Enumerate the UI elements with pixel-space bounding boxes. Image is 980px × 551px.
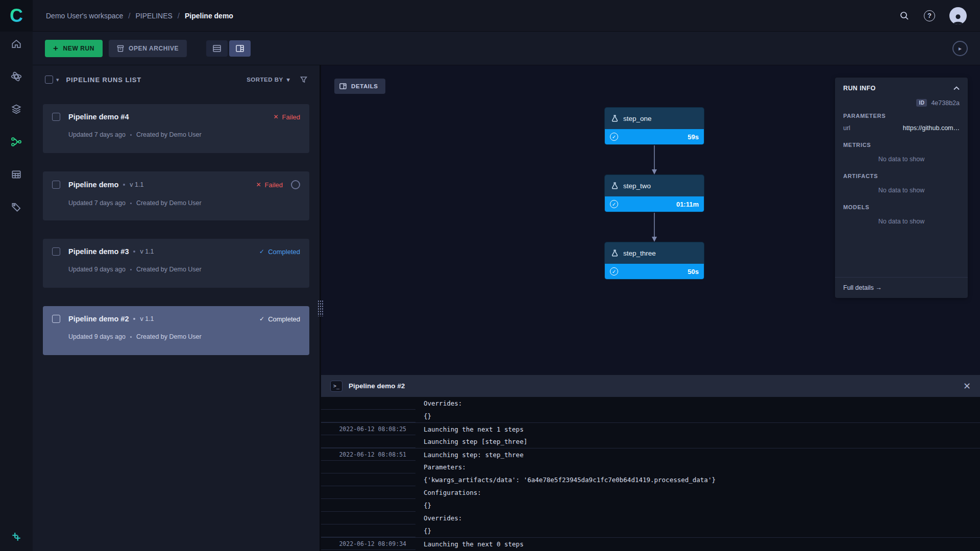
log-row: 2022-06-12 08:08:25Launching the next 1 …: [321, 422, 980, 435]
log-text: Overrides:: [415, 397, 462, 410]
log-text: Launching the next 0 steps: [415, 538, 524, 550]
table-view-toggle[interactable]: [206, 40, 228, 57]
breadcrumb-current-page: Pipeline demo: [185, 12, 233, 20]
log-text: {}: [415, 524, 431, 537]
run-card-pipeline-demo[interactable]: Pipeline demo v 1.1 ✕ Failed Updated 7 d…: [43, 171, 309, 220]
meta-dot: [130, 336, 132, 338]
details-button[interactable]: DETAILS: [334, 79, 385, 94]
models-section-label: MODELS: [835, 194, 968, 210]
log-row: {'kwargs_artifacts/data': '6a4e78e5f2394…: [321, 473, 980, 486]
edge-arrow-icon: [650, 213, 659, 243]
breadcrumb-separator: /: [128, 11, 130, 20]
log-row: Launching step [step_three]: [321, 435, 980, 448]
select-all-checkbox[interactable]: [45, 76, 53, 84]
artifacts-empty-text: No data to show: [835, 179, 968, 194]
new-run-label: NEW RUN: [63, 45, 95, 52]
log-timestamp: 2022-06-12 08:09:34: [321, 538, 415, 550]
close-icon[interactable]: ✕: [963, 382, 971, 391]
full-details-link[interactable]: Full details →: [835, 277, 968, 298]
console-log[interactable]: Overrides: {} 2022-06-12 08:08:25Launchi…: [321, 397, 980, 551]
run-card-pipeline-demo-4[interactable]: Pipeline demo #4 ✕ Failed Updated 7 days…: [43, 104, 309, 153]
log-timestamp: 2022-06-12 08:08:25: [321, 423, 415, 435]
avatar[interactable]: [949, 7, 967, 24]
artifacts-section-label: ARTIFACTS: [835, 163, 968, 179]
run-id-value[interactable]: 4e738b2a: [931, 99, 960, 107]
run-checkbox[interactable]: [52, 315, 60, 323]
toolbar: + NEW RUN OPEN ARCHIVE ▸: [33, 32, 980, 65]
sidebar-item-home[interactable]: [10, 38, 22, 50]
log-timestamp: [321, 473, 415, 486]
search-icon[interactable]: [899, 11, 910, 21]
log-timestamp: [321, 410, 415, 422]
terminal-icon: >_: [330, 381, 342, 392]
layers-icon: [11, 104, 22, 115]
log-text: Parameters:: [415, 461, 466, 473]
clearml-logo[interactable]: C: [0, 0, 33, 32]
sidebar-item-projects[interactable]: [10, 70, 22, 83]
log-row: 2022-06-12 08:08:51Launching step: step_…: [321, 448, 980, 461]
log-row: {}: [321, 499, 980, 512]
run-updated: Updated 7 days ago: [68, 199, 126, 207]
status-label: Completed: [268, 315, 300, 323]
console-header: >_ Pipeline demo #2 ✕: [321, 375, 980, 397]
sidebar: C: [0, 0, 33, 551]
graph-node-step-two[interactable]: step_two ✓ 01:11m: [605, 175, 704, 212]
run-checkbox[interactable]: [52, 113, 60, 121]
run-checkbox[interactable]: [52, 247, 60, 256]
sorted-by-dropdown[interactable]: SORTED BY ▾: [247, 76, 290, 83]
meta-dot: [130, 269, 132, 270]
breadcrumb-pipelines[interactable]: PIPELINES: [135, 12, 172, 20]
sidebar-item-slack[interactable]: [10, 531, 22, 543]
log-timestamp: [321, 397, 415, 410]
log-timestamp: [321, 435, 415, 448]
help-icon[interactable]: ?: [924, 10, 935, 21]
log-text: Overrides:: [415, 512, 462, 524]
graph-node-step-one[interactable]: step_one ✓ 59s: [605, 108, 704, 144]
sidebar-item-pipelines[interactable]: [10, 136, 22, 148]
parameter-value: https://github.com…: [903, 124, 960, 132]
tag-icon: [11, 202, 22, 213]
log-timestamp: 2022-06-12 08:08:51: [321, 448, 415, 461]
topbar: Demo User's workspace / PIPELINES / Pipe…: [33, 0, 980, 32]
meta-dot: [130, 203, 132, 204]
version-dot: [133, 251, 135, 253]
select-all-caret-icon[interactable]: ▾: [56, 77, 59, 83]
status-label: Failed: [282, 113, 300, 121]
panel-resize-handle[interactable]: [317, 300, 323, 316]
breadcrumb-workspace[interactable]: Demo User's workspace: [46, 12, 123, 20]
log-row: 2022-06-12 08:09:34Launching the next 0 …: [321, 537, 980, 550]
details-icon: [339, 83, 347, 89]
node-completed-icon: ✓: [610, 267, 618, 276]
run-created: Created by Demo User: [136, 199, 202, 207]
graph-node-step-three[interactable]: step_three ✓ 50s: [605, 242, 704, 279]
new-run-button[interactable]: + NEW RUN: [45, 40, 103, 57]
step-icon: [611, 115, 619, 122]
log-row: {}: [321, 524, 980, 537]
log-timestamp: [321, 524, 415, 537]
metrics-empty-text: No data to show: [835, 148, 968, 163]
sidebar-item-datasets[interactable]: [10, 103, 22, 115]
clearml-logo-glyph: C: [10, 5, 23, 27]
log-row: Overrides:: [321, 512, 980, 524]
completed-icon: ✓: [259, 315, 264, 322]
breadcrumb: Demo User's workspace / PIPELINES / Pipe…: [46, 11, 233, 20]
node-name: step_three: [623, 249, 656, 257]
sidebar-item-dataviews[interactable]: [10, 168, 22, 181]
archive-icon: [117, 45, 124, 52]
workers-status-icon[interactable]: ▸: [952, 41, 968, 56]
pipelines-icon: [11, 136, 22, 147]
sidebar-item-models[interactable]: [10, 201, 22, 213]
run-updated: Updated 9 days ago: [68, 333, 126, 340]
run-checkbox[interactable]: [52, 181, 60, 189]
runs-list-title: PIPELINE RUNS LIST: [66, 76, 142, 84]
collapse-chevron-up-icon[interactable]: [953, 86, 960, 90]
open-archive-button[interactable]: OPEN ARCHIVE: [109, 40, 187, 57]
table-icon: [11, 169, 22, 180]
log-row: Overrides:: [321, 397, 980, 410]
run-card-pipeline-demo-2[interactable]: Pipeline demo #2 v 1.1 ✓ Completed Updat…: [43, 306, 309, 355]
run-indicator-ring-icon[interactable]: [291, 180, 300, 189]
run-meta: Updated 9 days ago Created by Demo User: [52, 333, 300, 340]
split-view-toggle[interactable]: [229, 40, 251, 57]
run-card-pipeline-demo-3[interactable]: Pipeline demo #3 v 1.1 ✓ Completed Updat…: [43, 239, 309, 288]
filter-icon[interactable]: [300, 76, 307, 83]
